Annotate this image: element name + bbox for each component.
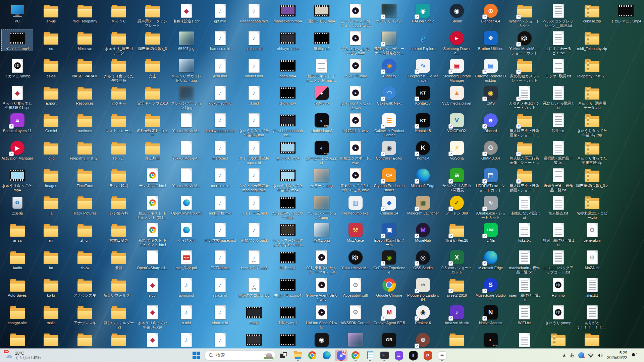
desktop-icon[interactable]: teion.mp4 [272, 84, 304, 106]
desktop-icon[interactable]: きゅうり食ってた午後3時 .zip [576, 112, 608, 138]
desktop-icon[interactable]: cubase.zip [576, 2, 608, 24]
desktop-icon[interactable]: 売上 [137, 57, 168, 79]
desktop-icon[interactable]: ヘルスコンプレッション__歌詞.txt [542, 2, 574, 28]
desktop-icon[interactable]: ▦↗Minecraft Launcher [407, 194, 439, 216]
desktop-icon[interactable]: 無題.mp4 [306, 29, 337, 51]
desktop-icon[interactable]: ニコニコバックアップコード.txt [542, 249, 574, 275]
desktop-icon[interactable]: en-us [35, 2, 67, 24]
tray-overflow-button[interactable]: ∧ [562, 353, 566, 358]
desktop-icon[interactable]: Fmp4 [238, 304, 270, 325]
desktop-icon[interactable]: GR [373, 331, 405, 349]
desktop-icon[interactable]: ♪xl.mid [238, 84, 270, 106]
desktop-icon[interactable]: ♻ごみ箱 [1, 194, 33, 216]
taskbar-terminal-button[interactable]: >_ [378, 350, 391, 361]
desktop-icon[interactable]: YukkuriMovieM... [170, 112, 202, 133]
desktop-icon[interactable]: ♪kotusytuaaus.mid [204, 112, 236, 133]
desktop-icon[interactable]: おっhhhhhhhhhhhhh... [272, 112, 304, 138]
desktop-icon[interactable]: 羽尻へ.mp4 [272, 304, 304, 325]
desktop-icon[interactable]: TimeTune [69, 167, 101, 188]
desktop-icon[interactable] [339, 331, 371, 349]
desktop-icon[interactable]: 無人販売.txt [542, 194, 574, 216]
desktop-icon[interactable]: KT↗Kontakt 8 [407, 112, 439, 133]
desktop-icon[interactable]: ♪PVTNd.mid [204, 249, 236, 270]
desktop-icon[interactable]: ☰↗Cakewalk Product Center [373, 112, 405, 138]
desktop-icon[interactable]: M↗Groove Agent SE 5 [373, 304, 405, 325]
desktop-icon[interactable]: ゆイカマニ.ymmp [1, 57, 33, 79]
desktop-icon[interactable]: ありがとう！！！！！！！.txt [576, 304, 608, 330]
desktop-icon[interactable]: きゅうり.mp4 [272, 139, 304, 161]
taskbar-task-view-button[interactable] [277, 350, 290, 361]
taskbar-chrome-button[interactable] [306, 350, 319, 361]
desktop-icon[interactable]: ⊙↗ [407, 331, 439, 349]
desktop-icon[interactable]: ♪↗Amazon Music [441, 304, 473, 325]
desktop-icon[interactable]: ゆ↗YukkuriMovieM... - ショートカット [508, 29, 540, 56]
desktop-icon[interactable] [542, 331, 574, 349]
desktop-icon[interactable]: 無題 - 親作品一覧.txt [542, 221, 574, 247]
desktop-icon[interactable]: ◉↗CMS [475, 84, 506, 106]
desktop-icon[interactable]: ◆きゅうり食ってた午後3時-01.cpr [1, 84, 33, 110]
desktop-icon[interactable]: ピクチャ [103, 84, 135, 106]
desktop-icon[interactable]: 説明.txt [542, 112, 574, 133]
desktop-icon[interactable]: ↗孤独なインディーゲーム開発者の一生 ... [373, 29, 405, 56]
desktop-icon[interactable]: 新規 テキスト ドキュメント (2).html [137, 194, 168, 220]
desktop-icon[interactable]: akis.txt [576, 276, 608, 298]
desktop-icon[interactable]: 名称未設定1 - コピー [137, 112, 168, 138]
desktop-icon[interactable]: V↗VOICEVOX [441, 112, 473, 133]
desktop-icon[interactable]: ♪b.mid [170, 304, 202, 325]
taskbar-discord-button[interactable]: ☻2 [335, 350, 347, 361]
desktop-icon[interactable]: es-es [35, 57, 67, 79]
desktop-icon[interactable]: ♪mid_学校muse.mid [204, 221, 236, 243]
desktop-icon[interactable] [576, 331, 608, 349]
taskbar-powerpoint-button[interactable]: P [421, 350, 434, 361]
desktop-icon[interactable]: ∿↗Keepforest File Manager [407, 57, 439, 83]
desktop-icon[interactable]: Images [35, 167, 67, 188]
desktop-icon[interactable]: フォトフレーム [103, 112, 135, 133]
desktop-icon[interactable]: ↗万引きメモ.txt - ショートカット [508, 84, 540, 110]
desktop-icon[interactable]: 新規 テキスト ドキュメント.musicxml [306, 57, 337, 83]
desktop-icon[interactable]: ▶バスドラ.wav [339, 57, 371, 79]
desktop-icon[interactable]: OpenCvSharp.xml [170, 194, 202, 216]
desktop-icon[interactable]: sfz↗Plogue sforzando x64 [407, 276, 439, 302]
desktop-icon[interactable]: Telepathy_Inst_2... [69, 139, 101, 161]
desktop-icon[interactable]: YukkuriMovieM... [170, 139, 202, 161]
desktop-icon[interactable]: 新しいフォルダー (2) [103, 304, 135, 330]
desktop-icon[interactable]: かるーく.png [306, 167, 337, 188]
taskbar-layers-app-button[interactable]: ☰ [392, 350, 405, 361]
desktop-icon[interactable]: きゅうりボカコレ用サムネ.jpg [170, 57, 202, 83]
desktop-icon[interactable]: ▶Groove Agent SE 01.wav [306, 276, 337, 302]
desktop-icon[interactable]: ▶こってゅｈｄすおｆｄｓｂふぉ.wav [339, 2, 371, 28]
taskbar-edge-button[interactable] [320, 350, 333, 361]
desktop-icon[interactable]: ksks.txt [508, 221, 540, 243]
desktop-icon[interactable]: ♪umibet.mid [238, 57, 270, 79]
desktop-icon[interactable] [272, 331, 304, 349]
desktop-icon[interactable]: 名称未設定1 - コピー.zip [576, 194, 608, 220]
desktop-icon[interactable]: 通知うぜえ - 親作品一覧.txt [542, 167, 574, 193]
desktop-icon[interactable]: X↗9.5.xlsx - ショートカット [441, 249, 473, 275]
desktop-icon[interactable]: ◉↗HALion Sonic [407, 2, 439, 24]
desktop-icon[interactable]: malib [35, 304, 67, 325]
desktop-icon[interactable]: ▶001_東北きりたん（ノーマル）_今じゃ... [306, 249, 337, 275]
desktop-icon[interactable]: 最新 [103, 249, 135, 270]
desktop-icon[interactable]: ヘッドフォンはずしててよかっt.mp4 [272, 221, 304, 247]
desktop-icon[interactable]: ♪mid_学校.mid [204, 194, 236, 216]
desktop-icon[interactable]: Telepathy_Inst_2... [576, 57, 608, 79]
desktop-icon[interactable]: テンポあて.html [137, 167, 168, 188]
desktop-icon[interactable]: ▶ずんだもん_しおかぜふ.wav [339, 29, 371, 56]
start-button[interactable] [190, 350, 203, 361]
desktop-icon[interactable]: id-id [35, 139, 67, 161]
desktop-icon[interactable]: Resources [69, 84, 101, 106]
desktop-icon[interactable]: ◉↗Audacity [373, 57, 405, 79]
desktop-icon[interactable]: ♪aorin.mid [170, 276, 202, 298]
desktop-icon[interactable]: ♪きゅうり食ってた午後3時.mid [238, 112, 270, 138]
desktop-icon[interactable]: アナウンス夏 [69, 276, 101, 298]
desktop-icon[interactable]: ≡↗SpectraLayers 11 [1, 112, 33, 133]
desktop-icon[interactable]: ⚙MoZA.ini [576, 249, 608, 270]
desktop-icon[interactable]: 井上.mp4 [272, 249, 304, 270]
desktop-icon[interactable]: ゆYukkuriMovieM... [339, 249, 371, 270]
desktop-icon[interactable]: 調声練習(失敗)_3.zip [576, 167, 608, 193]
desktop-icon[interactable]: ▸Steinberg Downlo... [441, 29, 473, 56]
desktop-icon[interactable] [441, 331, 473, 349]
desktop-icon[interactable]: まにまにわーるど！.txt [542, 29, 574, 56]
desktop-icon[interactable]: ♪MP3わかりやす.mp3 [238, 249, 270, 270]
desktop-icon[interactable]: ▤↗HDDFMT.exe - ショートカット [475, 167, 506, 193]
